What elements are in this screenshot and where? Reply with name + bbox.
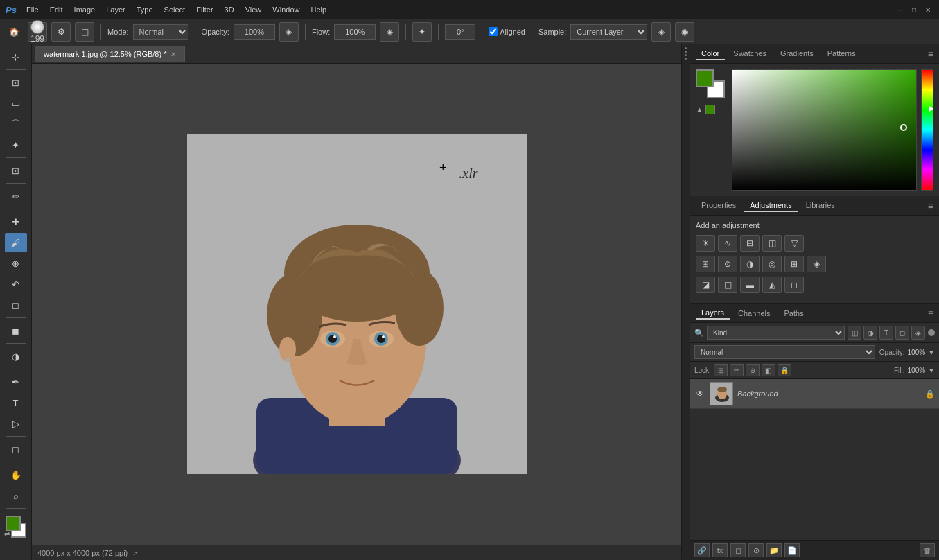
opacity-layer-value[interactable]: 100% [908, 349, 926, 356]
menu-window[interactable]: Window [268, 4, 304, 15]
channel-mixer-adj-btn[interactable]: ⊞ [784, 256, 804, 272]
gradient-picker-box[interactable] [732, 69, 917, 191]
menu-edit[interactable]: Edit [46, 4, 67, 15]
tab-layers[interactable]: Layers [696, 307, 730, 320]
sample-all-layers-button[interactable]: ◈ [651, 22, 671, 42]
maximize-button[interactable]: □ [909, 4, 920, 15]
text-filter-btn[interactable]: T [879, 326, 893, 340]
tab-channels[interactable]: Channels [732, 308, 775, 319]
brush-settings-button[interactable]: ⚙ [51, 22, 71, 42]
close-button[interactable]: ✕ [922, 4, 933, 15]
text-tool[interactable]: T [5, 393, 27, 412]
tab-gradients[interactable]: Gradients [775, 48, 819, 60]
history-brush-tool[interactable]: ↶ [5, 274, 27, 294]
healing-brush-tool[interactable]: ✚ [5, 212, 27, 231]
color-panel-menu-icon[interactable]: ≡ [928, 49, 933, 60]
clone-stamp-tool[interactable]: ⊕ [5, 254, 27, 273]
foreground-color-swatch[interactable] [6, 516, 21, 531]
menu-bar[interactable]: File Edit Image Layer Type Select Filter… [22, 4, 331, 15]
tab-paths[interactable]: Paths [779, 308, 809, 319]
adj-panel-menu-icon[interactable]: ≡ [928, 200, 933, 211]
black-white-adj-btn[interactable]: ◑ [740, 256, 760, 272]
fill-dropdown-icon[interactable]: ▼ [928, 367, 935, 374]
selective-color-adj-btn[interactable]: ◻ [784, 277, 804, 293]
fill-value[interactable]: 100% [908, 367, 926, 374]
curves-adj-btn[interactable]: ∿ [718, 235, 737, 252]
hand-tool[interactable]: ✋ [5, 465, 27, 484]
color-lookup-adj-btn[interactable]: ◈ [807, 256, 826, 272]
layers-panel-menu-icon[interactable]: ≡ [928, 308, 933, 319]
menu-view[interactable]: View [241, 4, 266, 15]
sample-select[interactable]: Current Layer All Layers Current & Below [570, 24, 647, 40]
hue-strip[interactable] [921, 69, 933, 191]
pen-tool[interactable]: ✒ [5, 372, 27, 392]
lock-move-btn[interactable]: ⊕ [746, 364, 760, 376]
ignore-adjustments-button[interactable]: ◉ [675, 22, 694, 42]
magic-wand-tool[interactable]: ✦ [5, 135, 27, 155]
smartobj-filter-btn[interactable]: ◈ [911, 326, 925, 340]
dodge-tool[interactable]: ◑ [5, 347, 27, 366]
right-panel-collapse[interactable] [681, 44, 690, 560]
new-layer-btn[interactable]: 📄 [784, 543, 800, 557]
menu-help[interactable]: Help [306, 4, 331, 15]
levels-adj-btn[interactable]: ⊟ [740, 235, 760, 252]
layer-effects-btn[interactable]: fx [712, 543, 728, 557]
path-select-tool[interactable]: ▷ [5, 414, 27, 433]
kind-filter-select[interactable]: Kind [707, 326, 845, 340]
menu-filter[interactable]: Filter [192, 4, 217, 15]
color-swatch-area[interactable]: ⇄ [3, 514, 29, 539]
aligned-checkbox[interactable] [489, 27, 498, 36]
add-mask-btn[interactable]: ◻ [730, 543, 746, 557]
mode-select[interactable]: Normal Multiply Screen [133, 24, 188, 40]
invert-adj-btn[interactable]: ◪ [696, 277, 715, 293]
tab-close-button[interactable]: ✕ [170, 51, 176, 58]
window-controls[interactable]: ─ □ ✕ [895, 4, 933, 15]
brush-tool[interactable]: 🖌 [5, 233, 27, 252]
tab-color[interactable]: Color [696, 48, 725, 60]
layer-visibility-toggle[interactable]: 👁 [694, 388, 705, 399]
lock-all-btn[interactable]: 🔒 [778, 364, 791, 376]
hue-sat-adj-btn[interactable]: ⊙ [718, 256, 737, 272]
gradient-map-adj-btn[interactable]: ◭ [762, 277, 782, 293]
flow-pressure-button[interactable]: ◈ [380, 22, 399, 42]
canvas-viewport[interactable]: + .xlr [32, 64, 681, 545]
eyedropper-tool[interactable]: ✏ [5, 186, 27, 206]
tab-swatches[interactable]: Swatches [728, 48, 772, 60]
swap-colors-icon[interactable]: ⇄ [4, 530, 10, 538]
tab-patterns[interactable]: Patterns [822, 48, 861, 60]
opacity-dropdown-icon[interactable]: ▼ [928, 349, 935, 356]
menu-layer[interactable]: Layer [102, 4, 130, 15]
opacity-pressure-button[interactable]: ◈ [279, 22, 299, 42]
delete-layer-btn[interactable]: 🗑 [920, 543, 935, 557]
pixel-filter-btn[interactable]: ◫ [848, 326, 861, 340]
minimize-button[interactable]: ─ [895, 4, 906, 15]
photo-filter-adj-btn[interactable]: ◎ [762, 256, 782, 272]
menu-type[interactable]: Type [132, 4, 157, 15]
angle-input[interactable] [445, 24, 475, 40]
adjustment-filter-btn[interactable]: ◑ [863, 326, 877, 340]
eraser-tool[interactable]: ◻ [5, 295, 27, 315]
posterize-adj-btn[interactable]: ◫ [718, 277, 737, 293]
color-swap-area[interactable] [696, 69, 728, 98]
flow-input[interactable] [334, 24, 376, 40]
opacity-input[interactable] [234, 24, 275, 40]
zoom-tool[interactable]: ⌕ [5, 486, 27, 505]
aligned-checkbox-group[interactable]: Aligned [489, 27, 525, 36]
shape-filter-btn[interactable]: ◻ [895, 326, 909, 340]
home-button[interactable]: 🏠 [4, 22, 24, 42]
crop-tool[interactable]: ⊡ [5, 161, 27, 180]
document-tab[interactable]: watermark 1.jpg @ 12.5% (RGB/8) * ✕ [35, 46, 185, 62]
lock-checkerboard-btn[interactable]: ⊞ [714, 364, 728, 376]
canvas-image[interactable]: + .xlr [187, 134, 527, 474]
link-layers-btn[interactable]: 🔗 [694, 543, 710, 557]
layer-item-background[interactable]: 👁 Background 🔒 [690, 379, 939, 409]
brightness-adj-btn[interactable]: ☀ [696, 235, 715, 252]
gradient-tool[interactable]: ◼ [5, 321, 27, 340]
airbrush-button[interactable]: ✦ [412, 22, 432, 42]
threshold-adj-btn[interactable]: ▬ [740, 277, 760, 293]
artboard-tool[interactable]: ⊡ [5, 73, 27, 92]
color-balance-adj-btn[interactable]: ⊞ [696, 256, 715, 272]
lock-artboard-btn[interactable]: ◧ [762, 364, 775, 376]
add-fill-adj-btn[interactable]: ⊙ [748, 543, 764, 557]
menu-3d[interactable]: 3D [220, 4, 238, 15]
